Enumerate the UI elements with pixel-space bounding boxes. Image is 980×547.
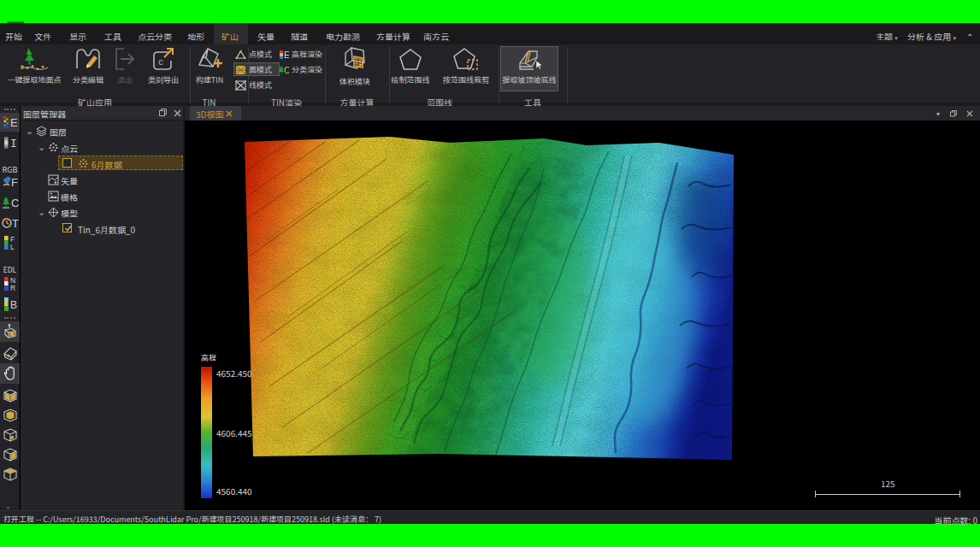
svg-text:C: C bbox=[11, 197, 19, 209]
svg-text:T: T bbox=[12, 217, 19, 230]
svg-text:C: C bbox=[284, 66, 289, 75]
svg-text:高程: 高程 bbox=[201, 352, 216, 363]
svg-text:I: I bbox=[10, 138, 17, 150]
svg-text:R: R bbox=[10, 284, 15, 292]
svg-text:c: c bbox=[158, 56, 163, 67]
svg-text:E: E bbox=[284, 50, 289, 60]
svg-text:4652.450: 4652.450 bbox=[216, 367, 252, 379]
svg-text:E: E bbox=[10, 116, 18, 129]
svg-text:B: B bbox=[10, 299, 17, 311]
svg-text:4560.440: 4560.440 bbox=[216, 485, 252, 497]
svg-text:F: F bbox=[11, 176, 18, 189]
svg-text:125: 125 bbox=[881, 477, 895, 490]
svg-text:4606.445: 4606.445 bbox=[216, 426, 252, 439]
svg-text:L: L bbox=[10, 243, 15, 251]
